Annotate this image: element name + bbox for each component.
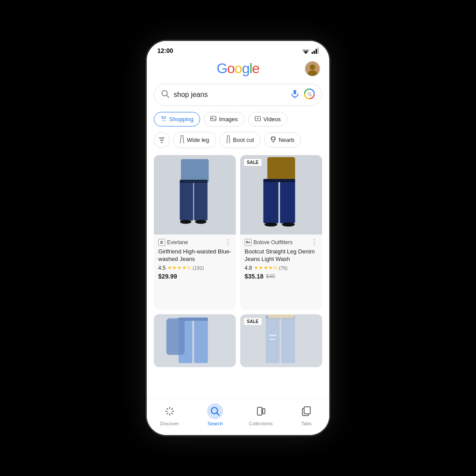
nav-label-discover: Discover xyxy=(160,421,179,426)
status-time: 12:00 xyxy=(157,47,173,54)
product-title-1: Girlfriend High-waisted Blue-washed Jean… xyxy=(158,248,231,263)
filter-chip-boot-cut[interactable]: Boot cut xyxy=(219,132,261,148)
svg-rect-39 xyxy=(268,157,295,181)
status-icons xyxy=(302,48,319,54)
mic-icon[interactable] xyxy=(290,89,300,101)
videos-icon xyxy=(255,115,261,123)
bottom-nav: Discover Search Collecti xyxy=(147,398,329,435)
rating-row-1: 4.5 ★ ★ ★ ★ ½ (192) xyxy=(158,265,231,271)
more-options-1[interactable]: ⋮ xyxy=(224,238,231,246)
products-grid: E Everlane ⋮ Girlfriend High-waisted Blu… xyxy=(147,151,329,398)
rating-row-2: 4.8 ★ ★ ★ ★ ½ (76) xyxy=(245,265,318,271)
svg-rect-7 xyxy=(317,48,319,54)
product-image-4: SALE xyxy=(240,314,322,367)
review-count-1: (192) xyxy=(193,265,204,271)
lens-icon[interactable] xyxy=(304,89,315,101)
svg-rect-37 xyxy=(196,183,197,219)
svg-line-66 xyxy=(167,413,167,414)
logo-g: G xyxy=(216,60,227,76)
nav-item-search[interactable]: Search xyxy=(200,403,231,426)
product-card-1[interactable]: E Everlane ⋮ Girlfriend High-waisted Blu… xyxy=(154,155,236,310)
filter-chip-wide-leg[interactable]: Wide leg xyxy=(173,132,216,148)
nav-item-tabs[interactable]: Tabs xyxy=(291,403,322,426)
filter-nearby-label: Nearb xyxy=(279,137,294,143)
rating-num-2: 4.8 xyxy=(245,265,252,271)
product-image-1 xyxy=(154,155,236,234)
phone-frame: 12:00 Google xyxy=(145,40,331,436)
review-count-2: (76) xyxy=(279,265,288,271)
merchant-name-1: E Everlane xyxy=(158,239,188,246)
stars-1: ★ ★ ★ ★ ½ xyxy=(167,265,191,271)
svg-point-34 xyxy=(180,220,191,224)
svg-rect-6 xyxy=(316,49,317,54)
merchant-icon-2: Bo xyxy=(245,239,252,246)
search-icon xyxy=(161,90,169,100)
wide-leg-icon xyxy=(180,135,184,145)
filter-row: Wide leg Boot cut Nearb xyxy=(147,129,329,151)
logo-g2: g xyxy=(242,60,249,76)
price-2: $35.18 xyxy=(245,273,264,280)
price-row-2: $35.18 $40 xyxy=(245,273,318,280)
svg-rect-70 xyxy=(263,409,265,414)
svg-rect-56 xyxy=(269,335,276,337)
phone-screen: 12:00 Google xyxy=(147,41,329,435)
merchant-icon-1: E xyxy=(158,239,165,246)
filter-button[interactable] xyxy=(154,132,170,148)
chip-videos[interactable]: Videos xyxy=(248,112,288,126)
svg-point-28 xyxy=(272,137,275,140)
sale-badge-4: SALE xyxy=(244,318,262,325)
signal-icon xyxy=(312,48,319,54)
product-title-2: Bootcut Straight Leg Denim Jeans Light W… xyxy=(245,248,318,263)
search-nav-icon xyxy=(210,406,220,416)
product-card-4[interactable]: SALE xyxy=(240,314,322,367)
price-row-1: $29.99 xyxy=(158,273,231,280)
nav-icon-tabs xyxy=(298,403,314,419)
search-bar[interactable]: shop jeans xyxy=(154,84,322,106)
svg-point-19 xyxy=(163,120,164,121)
svg-point-35 xyxy=(195,220,206,224)
chip-images[interactable]: Images xyxy=(204,112,245,126)
boot-cut-icon xyxy=(226,135,231,145)
merchant-row-1: E Everlane ⋮ xyxy=(158,238,231,246)
status-bar: 12:00 xyxy=(147,41,329,57)
jeans-illustration-3 xyxy=(154,314,236,367)
logo-o1: o xyxy=(227,60,234,76)
rating-num-1: 4.5 xyxy=(158,265,166,271)
chip-shopping[interactable]: Shopping xyxy=(154,112,200,126)
app-header: Google xyxy=(147,57,329,80)
chip-images-label: Images xyxy=(219,116,238,123)
logo-o2: o xyxy=(234,60,242,76)
filter-boot-cut-label: Boot cut xyxy=(233,137,254,143)
nav-item-discover[interactable]: Discover xyxy=(154,403,185,426)
collections-icon xyxy=(256,406,266,416)
merchant-name-2: Bo Bolove Outfitters xyxy=(245,239,293,246)
svg-rect-36 xyxy=(181,183,183,219)
svg-rect-57 xyxy=(270,339,275,340)
svg-line-64 xyxy=(171,413,172,414)
discover-icon xyxy=(165,406,175,416)
wifi-icon xyxy=(302,48,310,54)
svg-rect-72 xyxy=(304,407,310,414)
logo-e: e xyxy=(252,60,260,76)
nav-item-collections[interactable]: Collections xyxy=(245,403,276,426)
svg-rect-46 xyxy=(282,182,283,222)
svg-line-12 xyxy=(167,95,169,97)
product-card-2[interactable]: SALE xyxy=(240,155,322,310)
filter-chip-nearby[interactable]: Nearb xyxy=(264,132,301,148)
stars-2: ★ ★ ★ ★ ½ xyxy=(254,265,277,271)
nav-label-search: Search xyxy=(208,421,223,426)
svg-point-10 xyxy=(308,70,317,76)
svg-rect-45 xyxy=(265,182,267,222)
svg-marker-3 xyxy=(305,53,307,54)
google-logo: Google xyxy=(216,60,259,77)
more-options-2[interactable]: ⋮ xyxy=(311,238,318,246)
svg-rect-42 xyxy=(264,179,295,182)
nearby-icon xyxy=(271,136,276,144)
chip-videos-label: Videos xyxy=(264,116,281,123)
svg-rect-49 xyxy=(194,319,208,364)
sale-badge-2: SALE xyxy=(244,159,262,166)
svg-rect-4 xyxy=(312,52,313,54)
user-avatar[interactable] xyxy=(305,61,320,77)
images-icon xyxy=(210,115,216,123)
product-card-3[interactable] xyxy=(154,314,236,367)
